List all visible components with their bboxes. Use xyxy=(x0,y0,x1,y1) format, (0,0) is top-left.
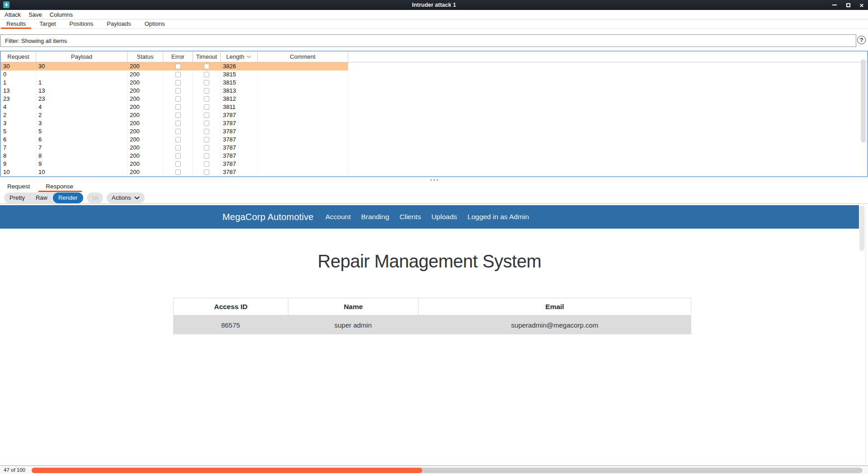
timeout-checkbox[interactable] xyxy=(204,145,209,150)
error-checkbox[interactable] xyxy=(175,145,181,150)
help-icon[interactable]: ? xyxy=(857,36,866,44)
tab-request[interactable]: Request xyxy=(7,183,30,192)
error-checkbox[interactable] xyxy=(163,62,193,70)
timeout-checkbox[interactable] xyxy=(204,96,209,102)
error-checkbox[interactable] xyxy=(175,104,181,110)
column-header-status[interactable]: Status xyxy=(127,52,163,62)
error-checkbox[interactable] xyxy=(163,127,193,136)
timeout-checkbox[interactable] xyxy=(204,153,209,159)
nav-link-account[interactable]: Account xyxy=(326,213,351,221)
error-checkbox[interactable] xyxy=(163,79,193,87)
timeout-checkbox[interactable] xyxy=(204,113,209,118)
table-row[interactable]: 02003815 xyxy=(1,70,348,79)
table-row[interactable]: 112003815 xyxy=(1,79,348,87)
error-checkbox[interactable] xyxy=(163,160,193,168)
table-row[interactable]: 552003787 xyxy=(1,127,348,136)
render-scrollbar-thumb[interactable] xyxy=(859,206,864,251)
actions-dropdown[interactable]: Actions xyxy=(107,192,145,203)
error-checkbox[interactable] xyxy=(175,121,181,126)
error-checkbox[interactable] xyxy=(163,136,193,144)
results-scrollbar-thumb[interactable] xyxy=(861,59,866,143)
timeout-checkbox[interactable] xyxy=(193,62,221,70)
error-checkbox[interactable] xyxy=(175,80,181,85)
pretty-button[interactable]: Pretty xyxy=(4,192,30,203)
error-checkbox[interactable] xyxy=(175,153,181,159)
error-checkbox[interactable] xyxy=(163,168,193,176)
error-checkbox[interactable] xyxy=(163,152,193,160)
table-row[interactable]: 332003787 xyxy=(1,119,348,127)
error-checkbox[interactable] xyxy=(175,137,181,142)
timeout-checkbox[interactable] xyxy=(204,129,209,134)
page-brand[interactable]: MegaCorp Automotive xyxy=(222,212,314,222)
error-checkbox[interactable] xyxy=(175,64,181,69)
timeout-checkbox[interactable] xyxy=(193,70,221,79)
error-checkbox[interactable] xyxy=(175,72,181,77)
column-header-request[interactable]: Request xyxy=(1,52,36,62)
timeout-checkbox[interactable] xyxy=(204,121,209,126)
timeout-checkbox[interactable] xyxy=(204,169,209,175)
raw-button[interactable]: Raw xyxy=(30,192,53,203)
error-checkbox[interactable] xyxy=(175,88,181,94)
pane-splitter[interactable] xyxy=(0,177,868,183)
timeout-checkbox[interactable] xyxy=(193,111,221,119)
column-header-error[interactable]: Error xyxy=(163,52,193,62)
nav-link-branding[interactable]: Branding xyxy=(361,213,389,221)
table-row[interactable]: 992003787 xyxy=(1,160,348,168)
timeout-checkbox[interactable] xyxy=(193,119,221,127)
error-checkbox[interactable] xyxy=(175,113,181,118)
timeout-checkbox[interactable] xyxy=(193,127,221,136)
timeout-checkbox[interactable] xyxy=(193,95,221,103)
error-checkbox[interactable] xyxy=(175,129,181,134)
table-row[interactable]: 882003787 xyxy=(1,152,348,160)
error-checkbox[interactable] xyxy=(175,169,181,175)
timeout-checkbox[interactable] xyxy=(204,161,209,167)
table-row[interactable]: 30302003826 xyxy=(1,62,348,70)
column-header-payload[interactable]: Payload xyxy=(36,52,127,62)
column-header-comment[interactable]: Comment xyxy=(258,52,348,62)
tab-results[interactable]: Results xyxy=(6,19,26,29)
tab-options[interactable]: Options xyxy=(145,19,165,29)
timeout-checkbox[interactable] xyxy=(204,104,209,110)
table-row[interactable]: 23232003812 xyxy=(1,95,348,103)
maximize-button[interactable] xyxy=(844,1,852,9)
tab-response[interactable]: Response xyxy=(46,183,73,192)
table-row[interactable]: 13132003813 xyxy=(1,87,348,95)
timeout-checkbox[interactable] xyxy=(193,79,221,87)
close-button[interactable]: × xyxy=(858,1,865,9)
timeout-checkbox[interactable] xyxy=(193,160,221,168)
minimize-button[interactable] xyxy=(831,1,838,9)
error-checkbox[interactable] xyxy=(163,103,193,111)
timeout-checkbox[interactable] xyxy=(204,64,209,69)
table-row[interactable]: 222003787 xyxy=(1,111,348,119)
timeout-checkbox[interactable] xyxy=(193,168,221,176)
error-checkbox[interactable] xyxy=(163,144,193,152)
timeout-checkbox[interactable] xyxy=(193,136,221,144)
timeout-checkbox[interactable] xyxy=(193,144,221,152)
error-checkbox[interactable] xyxy=(163,87,193,95)
filter-bar[interactable]: Filter: Showing all items xyxy=(0,34,856,47)
nav-link-logged-in[interactable]: Logged in as Admin xyxy=(467,213,529,221)
column-header-timeout[interactable]: Timeout xyxy=(193,52,221,62)
menu-attack[interactable]: Attack xyxy=(5,11,21,18)
show-nonprintable-button[interactable]: \n xyxy=(87,192,103,203)
tab-target[interactable]: Target xyxy=(39,19,56,29)
timeout-checkbox[interactable] xyxy=(193,87,221,95)
table-row[interactable]: 442003811 xyxy=(1,103,348,111)
timeout-checkbox[interactable] xyxy=(204,137,209,142)
column-header-length[interactable]: Length xyxy=(221,52,258,62)
error-checkbox[interactable] xyxy=(175,161,181,167)
table-row[interactable]: 772003787 xyxy=(1,144,348,152)
error-checkbox[interactable] xyxy=(163,111,193,119)
render-button[interactable]: Render xyxy=(53,192,83,203)
table-row[interactable]: 10102003787 xyxy=(1,168,348,176)
timeout-checkbox[interactable] xyxy=(193,103,221,111)
error-checkbox[interactable] xyxy=(163,70,193,79)
tab-positions[interactable]: Positions xyxy=(70,19,94,29)
timeout-checkbox[interactable] xyxy=(204,72,209,77)
tab-payloads[interactable]: Payloads xyxy=(107,19,131,29)
table-row[interactable]: 662003787 xyxy=(1,136,348,144)
timeout-checkbox[interactable] xyxy=(204,88,209,94)
error-checkbox[interactable] xyxy=(163,95,193,103)
timeout-checkbox[interactable] xyxy=(204,80,209,85)
error-checkbox[interactable] xyxy=(163,119,193,127)
